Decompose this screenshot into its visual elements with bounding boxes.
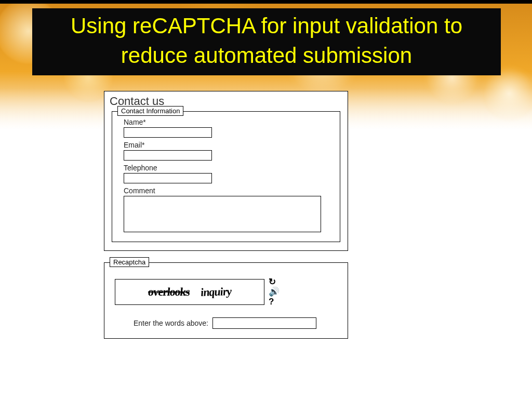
captcha-word-2: inquiry — [200, 284, 232, 299]
help-captcha-icon[interactable]: ? — [269, 297, 280, 306]
email-field-group: Email* — [124, 141, 332, 161]
recaptcha-legend: Recaptcha — [110, 257, 149, 267]
contact-information-fieldset: Contact Information Name* Email* Telepho… — [112, 111, 340, 242]
captcha-answer-label: Enter the words above: — [134, 319, 208, 327]
refresh-captcha-icon[interactable]: ↻ — [269, 277, 280, 286]
captcha-row: overlooks inquiry ↻ 🔊 ? — [115, 277, 340, 306]
comment-textarea[interactable] — [124, 196, 321, 232]
name-label: Name* — [124, 118, 332, 126]
contact-information-legend: Contact Information — [117, 106, 183, 116]
name-input[interactable] — [124, 127, 212, 138]
captcha-answer-row: Enter the words above: — [134, 317, 340, 329]
captcha-answer-input[interactable] — [212, 317, 316, 329]
email-label: Email* — [124, 141, 332, 149]
top-border — [0, 0, 532, 4]
name-field-group: Name* — [124, 118, 332, 138]
comment-field-group: Comment — [124, 187, 332, 234]
telephone-label: Telephone — [124, 164, 332, 172]
telephone-field-group: Telephone — [124, 164, 332, 183]
contact-us-panel: Contact us Contact Information Name* Ema… — [104, 91, 348, 251]
captcha-challenge-image: overlooks inquiry — [115, 279, 264, 305]
captcha-word-1: overlooks — [147, 285, 190, 299]
slide-title: Using reCAPTCHA for input validation to … — [32, 8, 501, 75]
comment-label: Comment — [124, 187, 332, 195]
email-input[interactable] — [124, 150, 212, 161]
captcha-controls: ↻ 🔊 ? — [269, 277, 280, 306]
telephone-input[interactable] — [124, 173, 212, 183]
form-stack: Contact us Contact Information Name* Ema… — [104, 91, 348, 339]
audio-captcha-icon[interactable]: 🔊 — [269, 287, 280, 296]
recaptcha-panel: Recaptcha overlooks inquiry ↻ 🔊 ? Enter … — [104, 262, 348, 339]
